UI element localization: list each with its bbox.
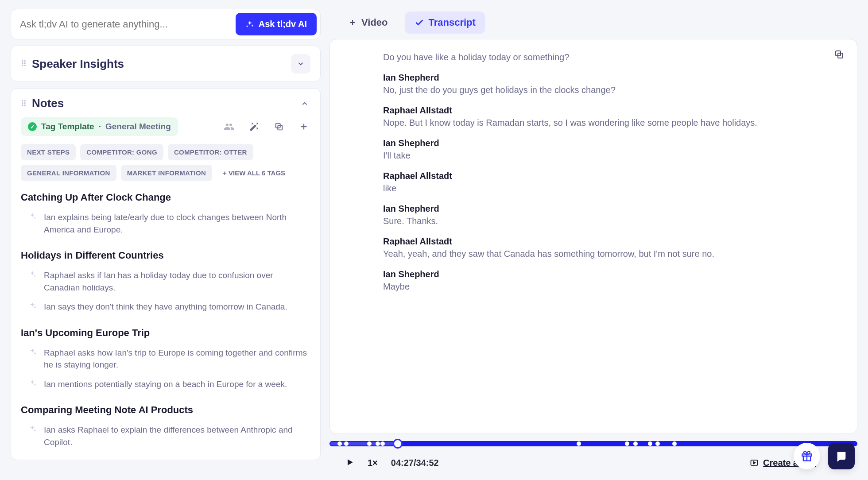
note-text: Raphael asks if Ian has a holiday today …	[44, 269, 310, 294]
note-item[interactable]: Raphael asks if Ian has a holiday today …	[21, 266, 310, 297]
sparkle-icon	[28, 425, 37, 434]
tab-video[interactable]: Video	[338, 12, 398, 34]
tabs-row: Video Transcript	[329, 9, 857, 39]
tag-template-label: Tag Template	[41, 122, 94, 132]
ai-search-input[interactable]	[15, 14, 231, 35]
transcript-text: Maybe	[383, 280, 841, 293]
add-note-button[interactable]	[297, 120, 310, 133]
tag-chip[interactable]: COMPETITOR: OTTER	[168, 144, 253, 160]
copy-transcript-button[interactable]	[834, 49, 845, 61]
note-text: Ian mentions potentially staying on a be…	[44, 378, 287, 391]
timeline-marker[interactable]	[344, 441, 349, 446]
timeline-marker[interactable]	[337, 441, 342, 446]
magic-wand-button[interactable]	[248, 120, 261, 133]
ask-ai-label: Ask tl;dv AI	[259, 19, 307, 29]
speaker-insights-title: Speaker Insights	[32, 57, 124, 71]
notes-collapse-toggle[interactable]	[299, 98, 310, 109]
timeline-marker[interactable]	[633, 441, 638, 446]
copy-icon	[274, 122, 284, 132]
note-item[interactable]: Ian says they don't think they have anyt…	[21, 297, 310, 317]
tag-chip[interactable]: MARKET INFORMATION	[121, 165, 212, 181]
gift-icon	[801, 450, 813, 462]
speaker-insights-toggle[interactable]	[291, 54, 310, 74]
clip-icon	[750, 458, 759, 467]
transcript-line[interactable]: Ian ShepherdNo, just the do you guys get…	[383, 71, 841, 96]
timeline-marker[interactable]	[655, 441, 660, 446]
check-icon	[415, 18, 424, 27]
timeline-thumb[interactable]	[393, 439, 403, 449]
playback-speed[interactable]: 1×	[368, 458, 378, 468]
intercom-button[interactable]	[828, 443, 855, 469]
transcript-line[interactable]: Raphael AllstadtYeah, yeah, and they saw…	[383, 235, 841, 260]
tag-chip[interactable]: NEXT STEPS	[21, 144, 76, 160]
tab-transcript-label: Transcript	[429, 17, 476, 28]
note-text: Ian asks Raphael to explain the differen…	[44, 424, 310, 448]
transcript-line[interactable]: Raphael Allstadtlike	[383, 170, 841, 194]
transcript-speaker: Raphael Allstadt	[383, 235, 841, 248]
timeline-marker[interactable]	[577, 441, 581, 446]
check-circle-icon: ✓	[28, 122, 37, 131]
ai-search-row: Ask tl;dv AI	[11, 9, 321, 39]
drag-handle-icon[interactable]: ⠿	[21, 59, 26, 69]
tag-template-row: ✓ Tag Template · General Meeting	[21, 117, 310, 136]
sparkle-icon	[28, 212, 37, 221]
svg-marker-8	[348, 459, 353, 465]
note-item[interactable]: Raphael asks how Ian's trip to Europe is…	[21, 343, 310, 375]
transcript-text: No, just the do you guys get holidays in…	[383, 84, 841, 96]
gift-button[interactable]	[794, 443, 820, 469]
people-icon-button[interactable]	[222, 120, 236, 134]
transcript-line[interactable]: Raphael AllstadtNope. But I know today i…	[383, 104, 841, 129]
player: 1× 04:27/34:52 Create a clip	[329, 438, 857, 471]
intercom-icon	[835, 450, 848, 462]
timeline-marker[interactable]	[367, 441, 372, 446]
play-button[interactable]	[345, 458, 354, 468]
transcript-line[interactable]: Ian ShepherdMaybe	[383, 268, 841, 293]
view-all-tags[interactable]: + VIEW ALL 6 TAGS	[217, 165, 291, 181]
note-section-title: Comparing Meeting Note AI Products	[21, 404, 310, 416]
drag-handle-icon[interactable]: ⠿	[21, 99, 26, 108]
timeline-marker[interactable]	[376, 441, 380, 446]
magic-wand-icon	[249, 122, 259, 132]
note-section-title: Holidays in Different Countries	[21, 250, 310, 261]
play-icon	[345, 458, 354, 467]
tag-template-sep: ·	[99, 122, 101, 132]
transcript-line[interactable]: Ian ShepherdI'll take	[383, 137, 841, 162]
transcript-text: Nope. But I know today is Ramadan starts…	[383, 116, 841, 129]
speaker-insights-panel: ⠿ Speaker Insights	[11, 46, 321, 82]
notes-title: Notes	[32, 97, 64, 110]
transcript-scroll[interactable]: Do you have like a holiday today or some…	[383, 51, 841, 418]
ask-ai-button[interactable]: Ask tl;dv AI	[236, 13, 317, 35]
chevron-up-icon	[301, 100, 309, 108]
timeline-marker[interactable]	[672, 441, 677, 446]
sparkle-icon	[28, 270, 37, 279]
transcript-line[interactable]: Do you have like a holiday today or some…	[383, 51, 841, 63]
timeline[interactable]	[329, 441, 857, 446]
transcript-text: Do you have like a holiday today or some…	[383, 51, 841, 63]
sparkle-icon	[28, 348, 37, 356]
sparkle-icon	[28, 379, 37, 388]
transcript-speaker: Ian Shepherd	[383, 137, 841, 149]
transcript-speaker: Ian Shepherd	[383, 71, 841, 84]
transcript-speaker: Raphael Allstadt	[383, 104, 841, 116]
tag-template-badge[interactable]: ✓ Tag Template · General Meeting	[21, 117, 178, 136]
svg-marker-10	[753, 462, 755, 464]
sparkle-icon	[28, 302, 37, 310]
transcript-text: Yeah, yeah, and they saw that Canada has…	[383, 248, 841, 260]
tab-transcript[interactable]: Transcript	[405, 12, 485, 34]
tag-chip[interactable]: GENERAL INFORMATION	[21, 165, 116, 181]
note-item[interactable]: Ian mentions potentially staying on a be…	[21, 375, 310, 394]
time-display: 04:27/34:52	[391, 458, 439, 468]
timeline-marker[interactable]	[648, 441, 652, 446]
tag-chip[interactable]: COMPETITOR: GONG	[80, 144, 163, 160]
transcript-line[interactable]: Ian ShepherdSure. Thanks.	[383, 202, 841, 227]
plus-icon	[299, 122, 309, 132]
chevron-down-icon	[297, 60, 305, 68]
note-item[interactable]: Ian asks Raphael to explain the differen…	[21, 420, 310, 452]
transcript-text: like	[383, 182, 841, 194]
timeline-marker[interactable]	[380, 441, 385, 446]
tag-template-link[interactable]: General Meeting	[105, 122, 171, 132]
timeline-marker[interactable]	[625, 441, 629, 446]
note-item[interactable]: Ian explains being late/early due to clo…	[21, 208, 310, 239]
note-text: Raphael asks how Ian's trip to Europe is…	[44, 347, 310, 371]
copy-notes-button[interactable]	[272, 120, 286, 133]
